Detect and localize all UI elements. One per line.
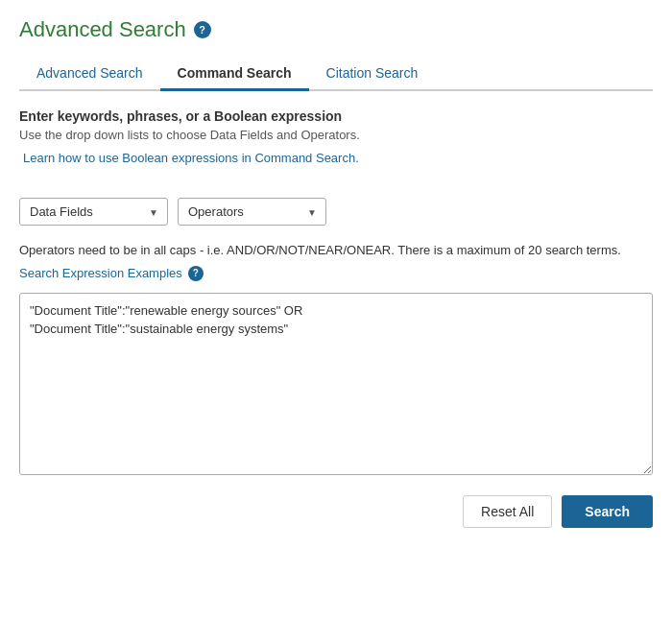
operators-dropdown-wrapper: Operators <box>178 198 326 226</box>
tab-citation-search[interactable]: Citation Search <box>309 58 436 91</box>
search-button[interactable]: Search <box>562 495 653 528</box>
data-fields-dropdown-wrapper: Data Fields <box>19 198 168 226</box>
operators-dropdown[interactable]: Operators <box>178 198 326 226</box>
operators-note: Operators need to be in all caps - i.e. … <box>19 241 653 260</box>
search-expression-textarea[interactable] <box>19 293 653 475</box>
buttons-row: Reset All Search <box>19 495 653 528</box>
instruction-bold: Enter keywords, phrases, or a Boolean ex… <box>19 108 653 124</box>
instruction-sub: Use the drop down lists to choose Data F… <box>19 128 653 142</box>
examples-link[interactable]: Search Expression Examples <box>19 266 182 280</box>
page-help-icon[interactable]: ? <box>194 21 211 38</box>
page-title: Advanced Search <box>19 17 186 42</box>
tab-bar: Advanced Search Command Search Citation … <box>19 58 653 91</box>
examples-row: Search Expression Examples ? <box>19 266 653 281</box>
dropdowns-row: Data Fields Operators <box>19 198 653 226</box>
examples-help-icon[interactable]: ? <box>188 266 204 281</box>
reset-all-button[interactable]: Reset All <box>463 495 552 528</box>
tab-command-search[interactable]: Command Search <box>160 58 309 91</box>
learn-link[interactable]: Learn how to use Boolean expressions in … <box>23 151 359 165</box>
page-header: Advanced Search ? <box>19 17 653 42</box>
data-fields-dropdown[interactable]: Data Fields <box>19 198 168 226</box>
tab-advanced-search[interactable]: Advanced Search <box>19 58 160 91</box>
